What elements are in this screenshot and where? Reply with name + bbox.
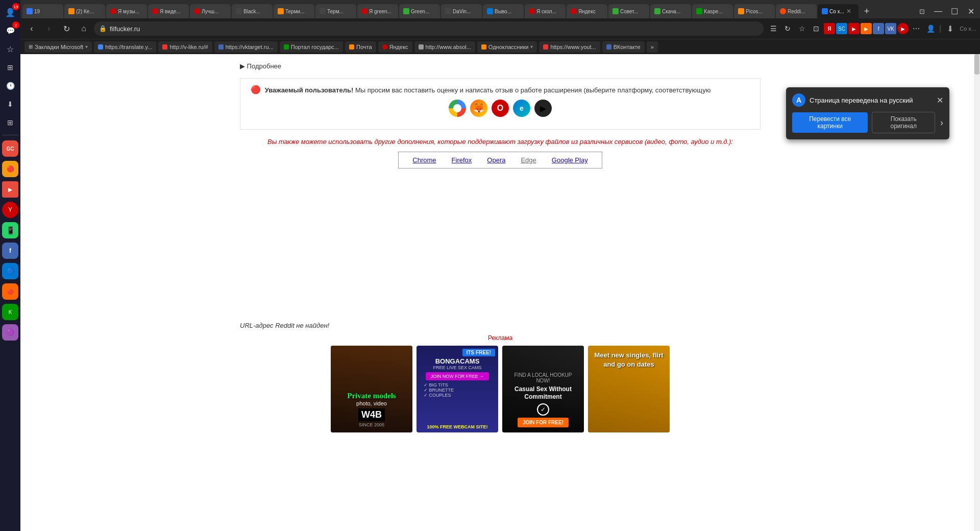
bookmark-ok[interactable]: Одноклассники ▾ (477, 41, 537, 53)
tab-sovet[interactable]: Совет... (608, 4, 649, 18)
back-button[interactable]: ‹ (24, 21, 39, 36)
bookmark-more[interactable]: » (647, 41, 658, 53)
user-profile-btn[interactable]: 👤 (924, 22, 937, 35)
sidebar-favorites[interactable]: ☆ (2, 41, 18, 57)
star-bookmark-btn[interactable]: ☆ (795, 22, 808, 35)
bookmark-translate[interactable]: https://translate.y... (94, 41, 156, 53)
tab-termi1[interactable]: Терми... (274, 4, 314, 18)
sidebar-chat[interactable]: 💬 2 (2, 22, 18, 39)
sidebar-app-7[interactable]: 🔵 (2, 263, 18, 279)
tab-davin[interactable]: DaVin... (441, 4, 482, 18)
ext-more-btn[interactable]: ⋯ (910, 22, 923, 35)
chat-badge: 2 (12, 21, 19, 29)
ad-meet-singles[interactable]: Meet new singles, flirt and go on dates (588, 346, 670, 432)
screenshare-btn[interactable]: ⊡ (915, 4, 929, 18)
tab-ymusic[interactable]: Я музы... (106, 4, 147, 18)
sidebar-app-5[interactable]: 📱 (2, 222, 18, 238)
url-input[interactable] (110, 25, 758, 33)
scrollbar-track[interactable] (974, 54, 980, 531)
tab-black[interactable]: Black... (232, 4, 273, 18)
tab-yvideo[interactable]: Я виде... (148, 4, 189, 18)
tab-termi2[interactable]: Терм... (315, 4, 356, 18)
ext-icon-2[interactable]: SC (836, 23, 847, 34)
refresh-button[interactable]: ↻ (59, 21, 74, 36)
ext-icon-6[interactable]: VK (885, 23, 896, 34)
sidebar-app-9[interactable]: 🟣 (2, 324, 18, 341)
ext-icon-7[interactable]: ▶ (897, 23, 909, 34)
ad3-cta[interactable]: JOIN FOR FREE! (518, 418, 569, 427)
sidebar-app-kasper[interactable]: K (2, 304, 18, 320)
sidebar-app-1[interactable]: GC (2, 140, 18, 157)
tab-mgt-btn[interactable]: ⊡ (810, 22, 823, 35)
firefox-circle-icon: 🦊 (470, 100, 487, 117)
tab-yandex[interactable]: Яндекс (567, 4, 607, 18)
tab-vyvod[interactable]: Выво... (483, 4, 524, 18)
gplay-link[interactable]: Google Play (552, 156, 588, 164)
tab-active[interactable]: Со х... ✕ (818, 4, 859, 18)
bookmark-microsoft[interactable]: ⊞ Закладки Microsoft ▾ (24, 41, 92, 53)
forward-button[interactable]: › (42, 21, 56, 36)
lock-icon: 🔒 (99, 25, 107, 32)
new-tab-button[interactable]: + (860, 4, 874, 18)
sidebar-history[interactable]: 🕐 (2, 78, 18, 94)
tab-t1[interactable]: 19 (22, 4, 63, 18)
ext-download-btn[interactable]: ⬇ (943, 22, 957, 35)
firefox-link[interactable]: Firefox (452, 156, 472, 164)
tab-skacha[interactable]: Скача... (650, 4, 691, 18)
sidebar-profile[interactable]: 👤 19 (2, 4, 18, 20)
ad-casual-sex[interactable]: FIND A LOCAL HOOKUP NOW! Casual Sex With… (502, 346, 584, 432)
sidebar-app-4[interactable]: Y (2, 202, 18, 218)
bookmark-absol[interactable]: http://www.absol... (414, 41, 475, 53)
ext-icon-5[interactable]: f (873, 23, 884, 34)
chrome-link[interactable]: Chrome (412, 156, 436, 164)
ext-icon-1[interactable]: Я (824, 23, 835, 34)
expand-translation-btn[interactable]: › (940, 117, 943, 128)
ext-icon-3[interactable]: ▶ (848, 23, 860, 34)
ext-icon-4[interactable]: ▶ (861, 23, 872, 34)
ad-bongacams[interactable]: ITS FREE! BONGACAMS FREE LIVE SEX CAMS J… (416, 346, 498, 432)
bookmark-yandex[interactable]: Яндекс (378, 41, 412, 53)
ad2-cta[interactable]: JOIN NOW FOR FREE → (426, 372, 489, 380)
sidebar-app-6[interactable]: f (2, 243, 18, 259)
tab-t2[interactable]: (2) Ке... (64, 4, 105, 18)
opera-circle-icon: O (492, 100, 509, 117)
sidebar-toggle-btn[interactable]: ☰ (767, 22, 780, 35)
sidebar-apps[interactable]: ⊞ (2, 114, 18, 131)
bookmark-vk[interactable]: ВКонтакте (602, 41, 645, 53)
details-toggle[interactable]: ▶ Подробнее (240, 62, 761, 70)
tab-picos[interactable]: Picos... (734, 4, 775, 18)
bookmark-portal[interactable]: Портал государс... (280, 41, 343, 53)
opera-link[interactable]: Opera (487, 156, 505, 164)
bookmark-youtube[interactable]: https://www.yout... (539, 41, 600, 53)
home-button[interactable]: ⌂ (77, 21, 91, 36)
maximize-btn[interactable]: ☐ (947, 4, 962, 18)
toolbar-right-icons: ☰ ↻ ☆ ⊡ Я SC ▶ ▶ f VK ▶ ⋯ 👤 | ⬇ Со х... (767, 22, 976, 35)
tab-ygreen[interactable]: Я green... (357, 4, 398, 18)
close-btn[interactable]: ✕ (964, 4, 978, 18)
tab-yskolko[interactable]: Я скол... (525, 4, 566, 18)
browser-main: 19 (2) Ке... Я музы... Я виде... Лучш...… (20, 0, 980, 531)
tab-green[interactable]: Green... (399, 4, 440, 18)
tab-kasper[interactable]: Kaspe... (692, 4, 733, 18)
translation-close-btn[interactable]: ✕ (937, 95, 943, 105)
address-bar[interactable]: 🔒 (94, 21, 764, 36)
refresh-stop-btn[interactable]: ↻ (781, 22, 794, 35)
sidebar-app-2[interactable]: 🔴 (2, 161, 18, 177)
edge-link[interactable]: Edge (521, 156, 536, 164)
sidebar-app-3[interactable]: ▶ (2, 181, 18, 198)
tab-reddit[interactable]: Reddi... (776, 4, 817, 18)
minimize-btn[interactable]: — (931, 4, 945, 18)
translate-images-btn[interactable]: Перевести все картинки (792, 112, 868, 133)
tab-best[interactable]: Лучш... (190, 4, 231, 18)
translation-buttons: Перевести все картинки Показать оригинал… (792, 112, 943, 133)
bookmark-vlike[interactable]: http://v-like.ru/# (158, 41, 212, 53)
bookmark-mail[interactable]: Почта (345, 41, 376, 53)
ad-private-models[interactable]: Private models photo, video W4B SINCE 20… (331, 346, 412, 432)
sidebar-grid[interactable]: ⊞ (2, 59, 18, 76)
sidebar-app-8[interactable]: 🔴 (2, 283, 18, 300)
show-original-btn[interactable]: Показать оригинал (872, 112, 935, 133)
bookmark-vktarget[interactable]: https://vktarget.ru... (214, 41, 278, 53)
tab-close-btn[interactable]: ✕ (846, 8, 851, 15)
sidebar-downloads[interactable]: ⬇ (2, 96, 18, 112)
scrollbar-thumb[interactable] (974, 54, 979, 75)
